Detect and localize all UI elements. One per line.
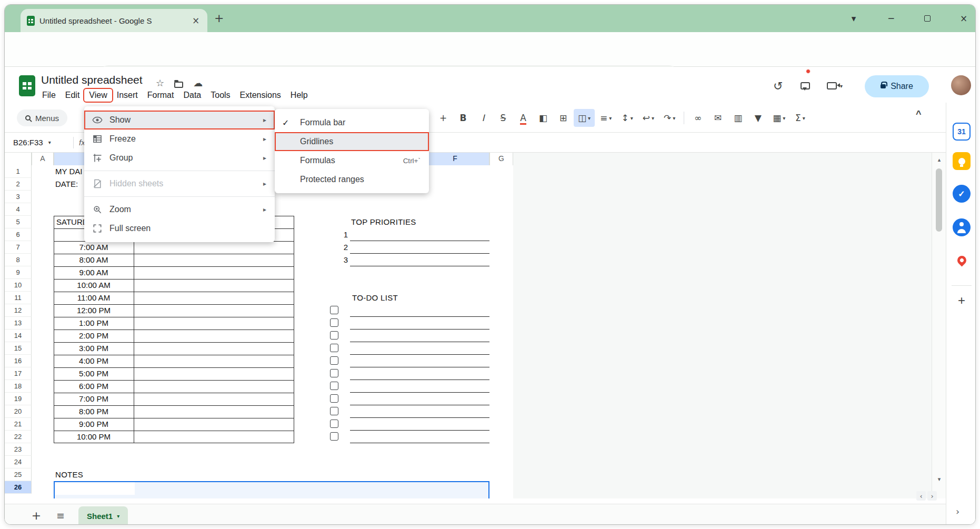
row-header-2[interactable]: 2 bbox=[5, 178, 32, 191]
merge-cells-button[interactable]: ◫▾ bbox=[574, 109, 595, 127]
row-header-7[interactable]: 7 bbox=[5, 241, 32, 254]
contacts-icon[interactable] bbox=[953, 218, 971, 236]
tasks-icon[interactable]: ✓ bbox=[953, 185, 971, 203]
minimize-icon[interactable]: ─ bbox=[882, 10, 901, 27]
row-header-20[interactable]: 20 bbox=[5, 405, 32, 418]
todo-checkbox[interactable] bbox=[330, 382, 338, 390]
scroll-down-icon[interactable]: ▾ bbox=[932, 474, 946, 484]
italic-button[interactable]: I bbox=[474, 109, 493, 127]
insert-link-button[interactable]: ∞ bbox=[688, 109, 707, 127]
fill-color-button[interactable]: ◧ bbox=[534, 109, 553, 127]
functions-button[interactable]: Σ▾ bbox=[791, 109, 809, 127]
menu-help[interactable]: Help bbox=[286, 89, 313, 102]
row-header-14[interactable]: 14 bbox=[5, 330, 32, 342]
show-submenu-item-gridlines[interactable]: Gridlines bbox=[275, 132, 429, 151]
view-menu-item-zoom[interactable]: Zoom▸ bbox=[84, 200, 275, 219]
calendar-icon[interactable]: 31 bbox=[953, 123, 971, 141]
sheet-tab-menu-icon[interactable]: ▾ bbox=[117, 513, 119, 519]
browser-tab[interactable]: Untitled spreadsheet - Google S × bbox=[21, 9, 207, 32]
menu-extensions[interactable]: Extensions bbox=[235, 89, 286, 102]
todo-checkbox[interactable] bbox=[330, 407, 338, 415]
view-menu-item-group[interactable]: Group▸ bbox=[84, 148, 275, 167]
tab-search-icon[interactable]: ▾ bbox=[844, 10, 863, 27]
panel-collapse-icon[interactable]: › bbox=[956, 506, 959, 517]
row-header-12[interactable]: 12 bbox=[5, 304, 32, 317]
column-header-G[interactable]: G bbox=[489, 153, 513, 165]
todo-checkbox[interactable] bbox=[330, 394, 338, 403]
sheet-tab-sheet1[interactable]: Sheet1 ▾ bbox=[78, 506, 128, 525]
row-header-3[interactable]: 3 bbox=[5, 191, 32, 203]
collapse-toolbar-icon[interactable]: ^ bbox=[916, 109, 922, 120]
strikethrough-button[interactable]: S bbox=[494, 109, 513, 127]
row-header-6[interactable]: 6 bbox=[5, 228, 32, 241]
sheets-logo-icon[interactable] bbox=[19, 75, 35, 96]
select-all-corner[interactable] bbox=[5, 153, 32, 165]
menu-edit[interactable]: Edit bbox=[61, 89, 85, 102]
row-header-18[interactable]: 18 bbox=[5, 380, 32, 393]
menus-search-button[interactable]: Menus bbox=[17, 109, 67, 126]
column-header-F[interactable]: F bbox=[421, 153, 489, 165]
row-header-1[interactable]: 1 bbox=[5, 165, 32, 178]
row-header-26[interactable]: 26 bbox=[5, 481, 32, 494]
show-submenu-item-protected-ranges[interactable]: Protected ranges bbox=[275, 170, 429, 189]
maximize-icon[interactable] bbox=[918, 10, 937, 27]
show-submenu-item-formulas[interactable]: FormulasCtrl+` bbox=[275, 151, 429, 170]
menu-insert[interactable]: Insert bbox=[112, 89, 143, 102]
insert-chart-button[interactable]: ▥ bbox=[728, 109, 747, 127]
row-header-8[interactable]: 8 bbox=[5, 254, 32, 266]
all-sheets-icon[interactable]: ≡ bbox=[53, 508, 68, 522]
menu-view[interactable]: View bbox=[84, 89, 112, 102]
row-header-16[interactable]: 16 bbox=[5, 355, 32, 367]
row-header-17[interactable]: 17 bbox=[5, 367, 32, 380]
menu-tools[interactable]: Tools bbox=[206, 89, 235, 102]
show-submenu-item-formula-bar[interactable]: ✓Formula bar bbox=[275, 113, 429, 132]
todo-checkbox[interactable] bbox=[330, 318, 338, 327]
version-history-icon[interactable]: ↺ bbox=[773, 75, 783, 96]
row-header-11[interactable]: 11 bbox=[5, 292, 32, 304]
comments-icon[interactable] bbox=[801, 75, 810, 96]
todo-checkbox[interactable] bbox=[330, 420, 338, 428]
row-header-22[interactable]: 22 bbox=[5, 431, 32, 443]
borders-button[interactable]: ⊞ bbox=[554, 109, 573, 127]
column-header-A[interactable]: A bbox=[32, 153, 54, 165]
bold-button[interactable]: B bbox=[454, 109, 473, 127]
menu-file[interactable]: File bbox=[37, 89, 61, 102]
keep-icon[interactable] bbox=[953, 152, 971, 170]
row-header-13[interactable]: 13 bbox=[5, 317, 32, 330]
view-menu-item-hidden-sheets[interactable]: Hidden sheets▸ bbox=[84, 174, 275, 193]
view-menu-item-show[interactable]: Show▸ bbox=[84, 111, 275, 129]
name-box[interactable]: B26:F33 ▾ bbox=[13, 138, 68, 147]
row-header-15[interactable]: 15 bbox=[5, 342, 32, 355]
row-header-9[interactable]: 9 bbox=[5, 266, 32, 279]
tab-close-icon[interactable]: × bbox=[191, 15, 201, 26]
todo-checkbox[interactable] bbox=[330, 356, 338, 365]
menu-format[interactable]: Format bbox=[143, 89, 179, 102]
close-icon[interactable]: × bbox=[954, 10, 973, 27]
scroll-up-icon[interactable]: ▴ bbox=[932, 154, 946, 165]
scrollbar-thumb[interactable] bbox=[936, 168, 942, 232]
text-rotation-button[interactable]: ↷▾ bbox=[659, 109, 679, 127]
account-avatar[interactable] bbox=[951, 75, 971, 95]
horizontal-align-button[interactable]: ≡▾ bbox=[596, 109, 616, 127]
vertical-align-button[interactable]: ↕▾ bbox=[617, 109, 637, 127]
scroll-right-icon[interactable]: › bbox=[927, 491, 937, 501]
row-header-24[interactable]: 24 bbox=[5, 456, 32, 468]
row-header-21[interactable]: 21 bbox=[5, 418, 32, 431]
star-icon[interactable]: ☆ bbox=[156, 77, 164, 88]
menu-data[interactable]: Data bbox=[178, 89, 206, 102]
todo-checkbox[interactable] bbox=[330, 331, 338, 340]
meet-camera-icon[interactable]: ▾ bbox=[827, 75, 843, 96]
name-box-arrow-icon[interactable]: ▾ bbox=[48, 139, 51, 145]
todo-checkbox[interactable] bbox=[330, 306, 338, 314]
view-menu-item-full-screen[interactable]: Full screen bbox=[84, 219, 275, 238]
table-views-button[interactable]: ▦▾ bbox=[768, 109, 789, 127]
create-filter-button[interactable]: ▼ bbox=[748, 109, 767, 127]
row-header-25[interactable]: 25 bbox=[5, 468, 32, 481]
share-button[interactable]: Share bbox=[865, 75, 929, 97]
row-header-10[interactable]: 10 bbox=[5, 279, 32, 292]
text-wrap-button[interactable]: ↩▾ bbox=[638, 109, 658, 127]
new-tab-button[interactable]: + bbox=[214, 13, 224, 24]
todo-checkbox[interactable] bbox=[330, 432, 338, 441]
row-header-19[interactable]: 19 bbox=[5, 393, 32, 405]
todo-checkbox[interactable] bbox=[330, 369, 338, 377]
